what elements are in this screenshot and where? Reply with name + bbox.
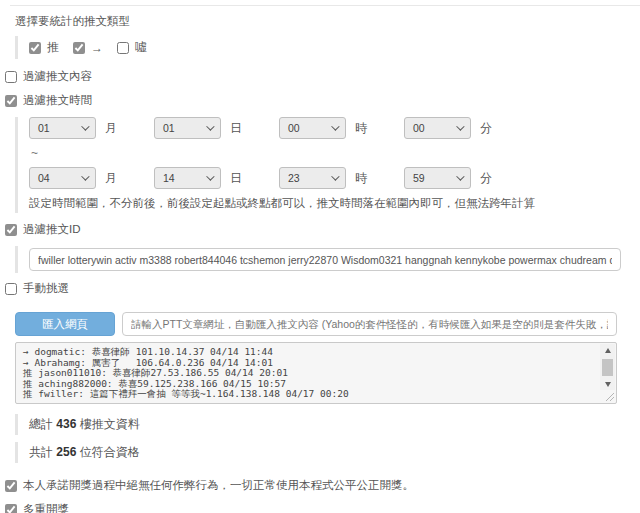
chevron-down-icon xyxy=(456,172,464,180)
filter-content-checkbox[interactable] xyxy=(5,71,17,83)
push-checkbox-label: 推 xyxy=(47,39,59,56)
multi-draw-row: 多重開獎 xyxy=(5,502,640,513)
start-minute-select[interactable]: 00 xyxy=(404,117,471,139)
qualified-count-line: 共計 256 位符合資格 xyxy=(15,442,640,463)
filter-content-row: 過濾推文內容 xyxy=(5,69,640,84)
comments-textarea[interactable]: → dogmatic: 恭喜律師 101.10.14.37 04/14 11:4… xyxy=(15,342,617,404)
end-day-select[interactable]: 14 xyxy=(154,167,221,189)
boo-checkbox-label: 噓 xyxy=(135,39,147,56)
time-filter-section: 01 月 01 日 00 時 00 分 ~ 04 xyxy=(15,117,640,213)
qualified-label: 共計 xyxy=(29,445,53,459)
chevron-down-icon xyxy=(456,122,464,130)
pledge-checkbox[interactable] xyxy=(5,480,17,492)
total-unit: 樓推文資料 xyxy=(80,417,140,431)
scrollbar-down-icon[interactable] xyxy=(600,378,615,390)
push-type-option: → xyxy=(73,41,103,55)
chevron-down-icon xyxy=(206,172,214,180)
lottery-helper-page: 選擇要統計的推文類型 推 → 噓 過濾推文內容 過濾推文時間 01 xyxy=(0,0,640,513)
id-filter-input[interactable] xyxy=(29,248,621,271)
comment-line: → dogmatic: 恭喜律師 101.10.14.37 04/14 11:4… xyxy=(23,347,273,358)
scrollbar-up-icon[interactable] xyxy=(600,344,615,356)
start-month-select[interactable]: 01 xyxy=(29,117,96,139)
push-type-options: 推 → 噓 xyxy=(29,36,640,59)
resize-grip-icon[interactable] xyxy=(604,391,614,401)
push-type-option: 推 xyxy=(29,39,59,56)
end-hour-select[interactable]: 23 xyxy=(279,167,346,189)
pledge-label: 本人承諾開獎過程中絕無任何作弊行為，一切正常使用本程式公平公正開獎。 xyxy=(23,478,414,493)
push-type-section: 推 → 噓 xyxy=(15,36,640,59)
end-month-value: 04 xyxy=(38,172,50,184)
month-unit-label: 月 xyxy=(105,120,117,137)
end-hour-value: 23 xyxy=(288,172,300,184)
arrow-checkbox-label: → xyxy=(91,41,103,55)
chevron-down-icon xyxy=(331,122,339,130)
chevron-down-icon xyxy=(81,122,89,130)
total-value: 436 xyxy=(56,417,76,431)
start-hour-select[interactable]: 00 xyxy=(279,117,346,139)
filter-time-row: 過濾推文時間 xyxy=(5,93,640,108)
hour-unit-label: 時 xyxy=(355,170,367,187)
comment-line: 推 fwiller: 這篇下禮拜一會抽 等等我~ 1.164.138.148 0… xyxy=(23,389,273,400)
manual-pick-row: 手動挑選 xyxy=(5,281,640,296)
start-day-select[interactable]: 01 xyxy=(154,117,221,139)
day-unit-label: 日 xyxy=(230,120,242,137)
id-filter-section xyxy=(15,246,640,273)
minute-unit-label: 分 xyxy=(480,170,492,187)
day-unit-label: 日 xyxy=(230,170,242,187)
filter-time-checkbox[interactable] xyxy=(5,95,17,107)
start-hour-value: 00 xyxy=(288,122,300,134)
push-type-option: 噓 xyxy=(117,39,147,56)
start-day-value: 01 xyxy=(163,122,175,134)
multi-draw-checkbox[interactable] xyxy=(5,504,17,513)
time-range-note: 設定時間範圍，不分前後，前後設定起點或終點都可以，推文時間落在範圍內即可，但無法… xyxy=(29,196,640,213)
pledge-row: 本人承諾開獎過程中絕無任何作弊行為，一切正常使用本程式公平公正開獎。 xyxy=(5,478,640,493)
multi-draw-label: 多重開獎 xyxy=(23,502,69,513)
comment-ip-time: 1.164.138.148 04/17 00:20 xyxy=(206,389,349,400)
manual-pick-checkbox[interactable] xyxy=(5,283,17,295)
hour-unit-label: 時 xyxy=(355,120,367,137)
filter-content-label: 過濾推文內容 xyxy=(23,69,92,84)
arrow-checkbox[interactable] xyxy=(73,42,85,54)
filter-id-label: 過濾推文ID xyxy=(23,222,81,237)
filter-id-checkbox[interactable] xyxy=(5,224,17,236)
chevron-down-icon xyxy=(206,122,214,130)
time-end-row: 04 月 14 日 23 時 59 分 xyxy=(29,167,640,189)
manual-pick-label: 手動挑選 xyxy=(23,281,69,296)
month-unit-label: 月 xyxy=(105,170,117,187)
comment-text: → dogmatic: 恭喜律師 xyxy=(23,347,130,358)
time-range-tilde: ~ xyxy=(31,146,640,160)
comment-ip-time: 101.10.14.37 04/14 11:44 xyxy=(136,347,273,358)
push-checkbox[interactable] xyxy=(29,42,41,54)
import-webpage-button[interactable]: 匯入網頁 xyxy=(15,312,115,336)
end-minute-value: 59 xyxy=(413,172,425,184)
start-month-value: 01 xyxy=(38,122,50,134)
minute-unit-label: 分 xyxy=(480,120,492,137)
total-count-line: 總計 436 樓推文資料 xyxy=(15,414,640,435)
article-url-input[interactable] xyxy=(122,312,617,336)
qualified-value: 256 xyxy=(56,445,76,459)
comment-text: 推 fwiller: 這篇下禮拜一會抽 等等我~ xyxy=(23,389,206,400)
boo-checkbox[interactable] xyxy=(117,42,129,54)
push-type-label: 選擇要統計的推文類型 xyxy=(15,14,640,29)
total-label: 總計 xyxy=(29,417,53,431)
filter-time-label: 過濾推文時間 xyxy=(23,93,92,108)
end-day-value: 14 xyxy=(163,172,175,184)
top-divider xyxy=(10,5,640,6)
filter-id-row: 過濾推文ID xyxy=(5,222,640,237)
end-minute-select[interactable]: 59 xyxy=(404,167,471,189)
scrollbar[interactable] xyxy=(600,344,615,390)
qualified-unit: 位符合資格 xyxy=(80,445,140,459)
end-month-select[interactable]: 04 xyxy=(29,167,96,189)
import-row: 匯入網頁 xyxy=(15,312,617,336)
chevron-down-icon xyxy=(81,172,89,180)
chevron-down-icon xyxy=(331,172,339,180)
time-start-row: 01 月 01 日 00 時 00 分 xyxy=(29,117,640,139)
comments-list: → dogmatic: 恭喜律師 101.10.14.37 04/14 11:4… xyxy=(23,347,594,400)
start-minute-value: 00 xyxy=(413,122,425,134)
scrollbar-thumb[interactable] xyxy=(602,359,613,376)
